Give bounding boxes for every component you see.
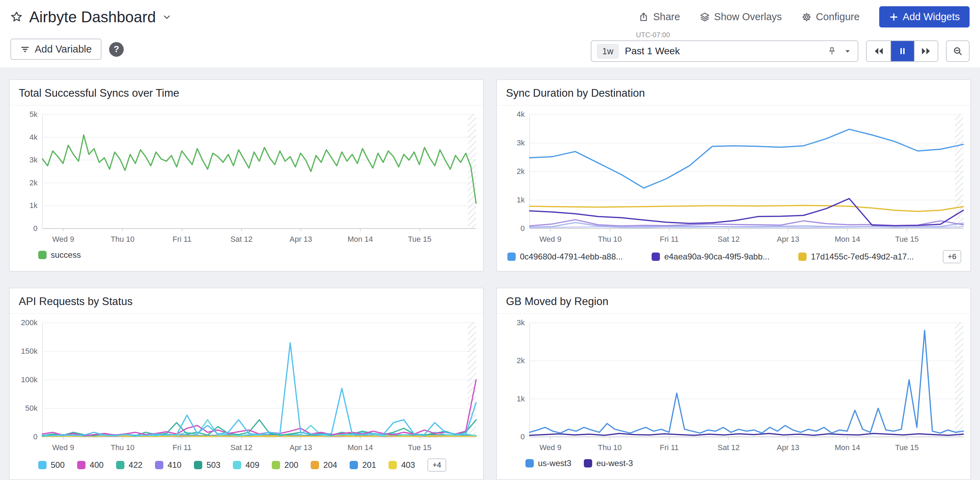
svg-text:3k: 3k	[30, 155, 38, 164]
svg-text:Fri 11: Fri 11	[172, 443, 191, 452]
chart-legend: 0c49680d-4791-4ebb-a88...e4aea90a-90ca-4…	[497, 245, 970, 271]
chart-legend: us-west3eu-west-3	[497, 454, 970, 476]
legend-label: 0c49680d-4791-4ebb-a88...	[520, 252, 623, 262]
svg-text:Sat 12: Sat 12	[718, 443, 740, 452]
svg-text:Thu 10: Thu 10	[598, 443, 622, 452]
svg-text:Mon 14: Mon 14	[347, 235, 373, 244]
legend-item[interactable]: 409	[233, 460, 259, 470]
svg-text:Fri 11: Fri 11	[172, 235, 191, 244]
legend-item[interactable]: e4aea90a-90ca-49f5-9abb...	[652, 252, 769, 262]
legend-label: eu-west-3	[597, 458, 633, 468]
legend-item[interactable]: 503	[194, 460, 220, 470]
legend-item[interactable]: 17d1455c-7ed5-49d2-a17...	[798, 252, 914, 262]
legend-label: 400	[90, 460, 103, 470]
widget-title: Total Successful Syncs over Time	[10, 80, 483, 105]
legend-label: 403	[401, 460, 415, 470]
svg-text:100k: 100k	[21, 375, 38, 384]
legend-item[interactable]: 410	[155, 460, 181, 470]
star-icon[interactable]	[10, 11, 23, 23]
add-widgets-button[interactable]: Add Widgets	[879, 6, 970, 27]
legend-item[interactable]: 204	[311, 460, 337, 470]
legend-label: us-west3	[538, 458, 571, 468]
svg-text:0: 0	[33, 224, 38, 233]
legend-item[interactable]: success	[38, 250, 81, 260]
chart-api-requests-by-status[interactable]: 050k100k150k200kWed 9Thu 10Fri 11Sat 12A…	[13, 317, 478, 454]
svg-text:5k: 5k	[30, 110, 38, 119]
legend-label: 204	[323, 460, 337, 470]
legend-overflow-badge[interactable]: +6	[943, 250, 961, 263]
timezone-label: UTC-07:00	[636, 31, 670, 39]
legend-item[interactable]: eu-west-3	[584, 458, 633, 468]
pause-icon	[897, 46, 908, 56]
legend-item[interactable]: 400	[77, 460, 103, 470]
filter-icon	[20, 45, 30, 54]
svg-text:Thu 10: Thu 10	[598, 235, 622, 244]
legend-swatch	[508, 252, 516, 261]
show-overlays-button[interactable]: Show Overlays	[700, 11, 782, 22]
svg-text:3k: 3k	[517, 139, 525, 147]
add-variable-button[interactable]: Add Variable	[10, 38, 102, 60]
zoom-out-button[interactable]	[946, 40, 970, 62]
legend-item[interactable]: 201	[350, 460, 376, 470]
chart-gb-moved-by-region[interactable]: 01k2k3kWed 9Thu 10Fri 11Sat 12Apr 13Mon …	[500, 317, 966, 454]
legend-swatch	[798, 252, 807, 261]
chart-sync-duration-by-destination[interactable]: 01k2k3k4kWed 9Thu 10Fri 11Sat 12Apr 13Mo…	[500, 109, 966, 245]
pause-refresh-button[interactable]	[890, 41, 914, 61]
legend-label: 409	[245, 460, 259, 470]
svg-text:Sat 12: Sat 12	[231, 443, 253, 452]
widget-api-requests-by-status: API Requests by Status 050k100k150k200kW…	[9, 288, 484, 480]
legend-item[interactable]: 0c49680d-4791-4ebb-a88...	[508, 252, 623, 262]
svg-text:50k: 50k	[25, 404, 38, 413]
legend-swatch	[38, 251, 46, 259]
share-icon	[638, 12, 649, 22]
legend-item[interactable]: 500	[38, 460, 65, 470]
time-range-label: Past 1 Week	[625, 46, 821, 57]
svg-text:3k: 3k	[517, 318, 525, 327]
time-backward-button[interactable]	[867, 41, 890, 61]
svg-text:Tue 15: Tue 15	[895, 443, 919, 452]
legend-swatch	[584, 459, 592, 467]
legend-swatch	[233, 461, 241, 469]
svg-text:Sat 12: Sat 12	[718, 235, 740, 244]
legend-label: e4aea90a-90ca-49f5-9abb...	[664, 252, 769, 262]
svg-text:Wed 9: Wed 9	[52, 443, 74, 452]
legend-swatch	[525, 459, 534, 467]
legend-item[interactable]: us-west3	[525, 458, 571, 468]
legend-item[interactable]: 200	[272, 460, 298, 470]
chevron-down-icon[interactable]	[843, 46, 852, 56]
widget-title: API Requests by Status	[10, 289, 483, 314]
legend-label: 422	[129, 460, 143, 470]
legend-overflow-badge[interactable]: +4	[428, 458, 446, 472]
chart-total-successful-syncs[interactable]: 01k2k3k4k5kWed 9Thu 10Fri 11Sat 12Apr 13…	[13, 109, 478, 245]
svg-text:Mon 14: Mon 14	[835, 443, 860, 452]
pin-icon[interactable]	[827, 46, 837, 56]
legend-swatch	[77, 461, 86, 469]
configure-button[interactable]: Configure	[801, 11, 860, 22]
share-button[interactable]: Share	[638, 11, 680, 22]
svg-text:1k: 1k	[517, 196, 525, 204]
legend-swatch	[350, 461, 358, 469]
legend-label: 17d1455c-7ed5-49d2-a17...	[811, 252, 914, 262]
legend-swatch	[116, 461, 124, 469]
svg-text:2k: 2k	[30, 179, 38, 187]
legend-item[interactable]: 403	[388, 460, 415, 470]
time-range-badge[interactable]: 1w	[597, 44, 619, 59]
svg-text:1k: 1k	[517, 394, 525, 403]
svg-text:0: 0	[520, 224, 525, 233]
help-icon[interactable]: ?	[109, 42, 124, 57]
svg-text:Wed 9: Wed 9	[539, 443, 561, 452]
legend-swatch	[652, 252, 660, 261]
legend-item[interactable]: 422	[116, 460, 143, 470]
svg-text:Tue 15: Tue 15	[895, 235, 919, 244]
svg-text:Apr 13: Apr 13	[290, 443, 312, 452]
layers-icon	[700, 12, 710, 22]
widget-gb-moved-by-region: GB Moved by Region 01k2k3kWed 9Thu 10Fri…	[496, 288, 971, 480]
configure-label: Configure	[816, 11, 860, 22]
time-range-picker[interactable]: 1w Past 1 Week	[591, 40, 858, 62]
legend-swatch	[194, 461, 202, 469]
chevron-down-icon[interactable]	[162, 12, 172, 22]
legend-swatch	[155, 461, 163, 469]
zoom-out-icon	[953, 46, 963, 56]
time-forward-button[interactable]	[914, 41, 938, 61]
fast-forward-icon	[920, 45, 932, 57]
